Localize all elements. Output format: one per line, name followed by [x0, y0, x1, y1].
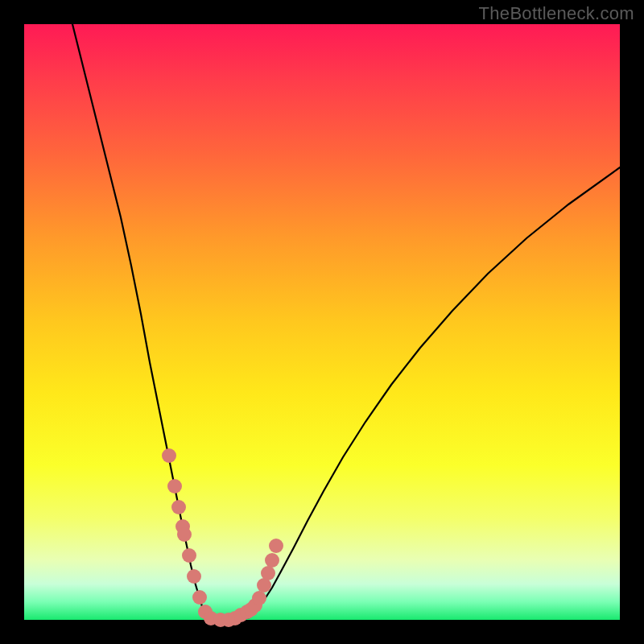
data-dot	[265, 553, 279, 568]
data-dot	[192, 590, 207, 605]
chart-svg	[24, 24, 620, 620]
data-dot	[171, 500, 186, 514]
data-dot	[261, 566, 275, 580]
data-dot	[269, 539, 283, 553]
outer-frame: TheBottleneck.com	[0, 0, 644, 644]
data-dot	[182, 548, 196, 563]
watermark-text: TheBottleneck.com	[479, 3, 634, 24]
data-dots	[162, 448, 283, 627]
plot-area	[24, 24, 620, 620]
curve-right	[250, 167, 620, 617]
data-dot	[162, 448, 176, 463]
data-dot	[187, 569, 201, 584]
data-dot	[252, 591, 266, 605]
data-dot	[167, 479, 182, 493]
data-dot	[177, 527, 192, 542]
